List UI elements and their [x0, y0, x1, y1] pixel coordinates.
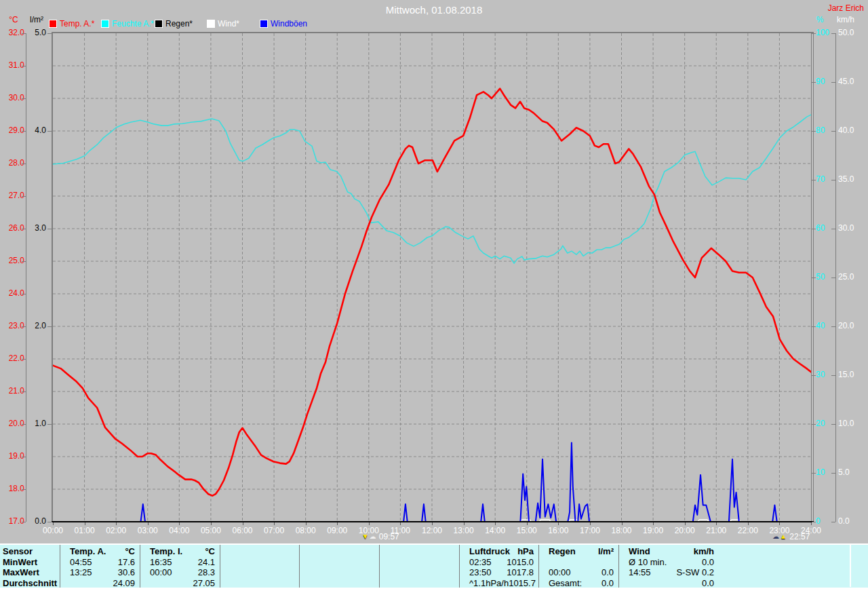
cell-time	[305, 578, 309, 588]
table-column-header: Temp. I.°C	[140, 546, 220, 556]
table-cell-row: 16:3524.1	[140, 557, 220, 567]
cell-time: 00:00	[545, 567, 571, 577]
axis-unit-wind: km/h	[837, 16, 861, 24]
axis-tick	[831, 82, 835, 83]
table-column-header: Temp. A.°C	[60, 546, 140, 556]
hour-label: 02:00	[104, 526, 128, 535]
hour-label: 19:00	[641, 526, 665, 535]
plot-border-top	[52, 32, 814, 33]
series-feuchte-a-	[53, 115, 811, 263]
table-cell-row	[300, 567, 380, 577]
table-cell-row: 13:2530.6	[60, 567, 140, 577]
hour-tick	[653, 522, 654, 525]
hour-label: 03:00	[136, 526, 160, 535]
chart-plot-area[interactable]	[53, 33, 811, 522]
axis-tick	[22, 424, 26, 425]
axis-tick	[812, 131, 816, 132]
column-unit: l/m²	[598, 546, 614, 556]
hour-tick	[716, 522, 717, 525]
cell-value: 0.0	[601, 567, 614, 577]
windspeed-tick-label: 50.0	[838, 28, 860, 37]
hour-label: 22:00	[736, 526, 760, 535]
rain-tick-label: 1.0	[27, 419, 46, 428]
hour-tick	[211, 522, 212, 525]
table-cell-row: 04:5517.6	[60, 557, 140, 567]
axis-unit-celsius: °C	[4, 16, 23, 24]
hour-label: 04:00	[167, 526, 191, 535]
table-cell-row: ^1.1hPa/h1015.7	[460, 578, 539, 588]
axis-tick	[22, 391, 26, 392]
marker-time-label: 22:57	[787, 532, 810, 541]
rain-tick-label: 4.0	[27, 126, 46, 135]
axis-tick	[831, 33, 835, 34]
axis-tick	[831, 375, 835, 376]
table-row-label-minwert: MinWert	[3, 557, 37, 567]
axis-tick	[812, 424, 816, 425]
cell-time: ^1.1hPa/h	[465, 578, 509, 588]
hour-tick	[432, 522, 433, 525]
table-column-header	[220, 546, 300, 556]
legend-swatch-icon	[49, 20, 57, 28]
table-column-regen: Regenl/m²00:000.0Gesamt:0.0	[538, 545, 619, 588]
windspeed-tick-label: 35.0	[838, 175, 860, 184]
table-cell-row	[380, 567, 460, 577]
axis-tick	[812, 278, 816, 278]
cell-time	[66, 578, 70, 588]
cell-value: 28.3	[198, 567, 215, 577]
hour-label: 17:00	[578, 526, 602, 535]
windspeed-tick-label: 10.0	[838, 419, 860, 428]
axis-tick	[22, 164, 26, 164]
cell-time: 04:55	[66, 557, 92, 567]
table-column-empty-3	[299, 545, 380, 588]
axis-tick	[812, 326, 816, 327]
hour-label: 00:00	[41, 526, 65, 535]
hour-tick	[337, 522, 338, 525]
windspeed-axis-line	[835, 33, 836, 522]
hour-tick	[306, 522, 307, 525]
axis-tick	[47, 326, 52, 327]
legend-item-1: Feuchte A.*	[101, 20, 154, 28]
axis-tick	[47, 131, 52, 132]
axis-tick	[812, 473, 816, 474]
rain-tick-label: 5.0	[27, 28, 46, 37]
table-cell-row	[300, 578, 380, 588]
arrow-up-icon: ▲	[780, 533, 787, 540]
cell-time	[385, 578, 389, 588]
hour-label: 09:00	[325, 526, 349, 535]
time-marker-0957: ▼☁ 09:57	[362, 532, 399, 541]
cell-time: 00:00	[146, 567, 172, 577]
table-cell-row: 02:351015.0	[460, 557, 539, 567]
cell-value: 30.6	[118, 567, 135, 577]
cell-value: 1015.0	[507, 557, 534, 567]
hour-label: 05:00	[199, 526, 223, 535]
cell-value: 24.09	[113, 578, 135, 588]
axis-tick	[831, 326, 835, 327]
axis-tick	[47, 229, 52, 229]
cell-time: 23:50	[465, 567, 492, 577]
column-name: Wind	[625, 546, 650, 556]
table-column-header	[300, 546, 380, 556]
windspeed-tick-label: 30.0	[838, 224, 860, 233]
hour-tick	[53, 522, 54, 525]
axis-tick	[22, 229, 26, 229]
axis-tick	[831, 424, 835, 425]
table-cell-row: 14:55S-SW 0.2	[619, 567, 719, 577]
cell-value: 24.1	[198, 557, 215, 567]
cell-time	[305, 557, 309, 567]
table-row-label-maxwert: MaxWert	[3, 567, 39, 577]
table-cell-row: Gesamt:0.0	[539, 578, 619, 588]
hour-label: 16:00	[546, 526, 570, 535]
legend-label: Wind*	[218, 19, 239, 28]
windspeed-tick-label: 40.0	[838, 126, 860, 135]
hour-label: 08:00	[294, 526, 318, 535]
column-name: Luftdruck	[465, 546, 510, 556]
axis-tick	[831, 473, 835, 474]
axis-unit-humidity: %	[814, 16, 826, 24]
hour-tick	[748, 522, 749, 525]
column-name: Temp. A.	[66, 546, 106, 556]
hour-tick	[527, 522, 528, 525]
rain-tick-label: 0.0	[27, 517, 46, 526]
cell-value: 17.6	[118, 557, 135, 567]
cloud-icon: ☁	[369, 533, 376, 540]
legend-label: Windböen	[271, 19, 307, 28]
